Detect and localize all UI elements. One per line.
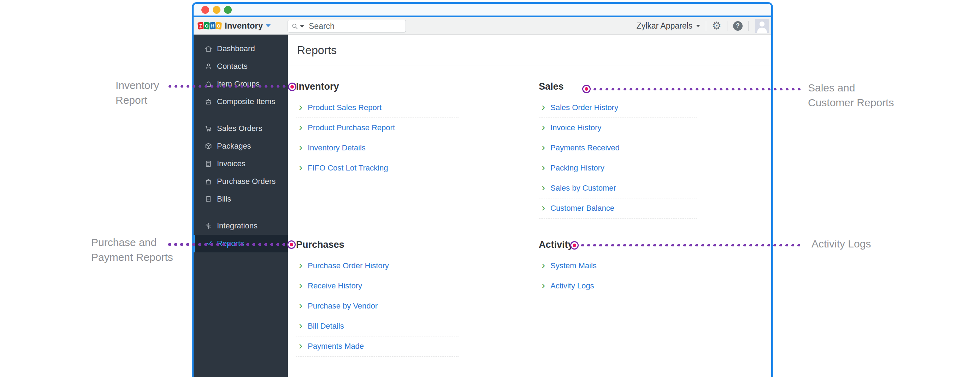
sidebar-item-label: Sales Orders	[217, 124, 262, 133]
report-section-2: Purchases ›Purchase Order History›Receiv…	[296, 236, 458, 356]
home-icon	[205, 45, 212, 52]
report-link-payments-received[interactable]: Payments Received	[550, 143, 620, 152]
report-link-row: ›Sales Order History	[539, 98, 697, 118]
section-link-list: ›Purchase Order History›Receive History›…	[296, 256, 458, 356]
report-link-row: ›Sales by Customer	[539, 178, 697, 198]
report-link-packing-history[interactable]: Packing History	[550, 163, 605, 173]
sidebar-item-integrations[interactable]: Integrations	[194, 217, 288, 235]
callout-dotted-line-purchases	[167, 243, 286, 246]
app-window: ZOHO Inventory Zylkar Apparels ⚙	[192, 2, 773, 377]
chevron-right-icon: ›	[299, 280, 302, 290]
report-link-row: ›Packing History	[539, 158, 697, 178]
bills-icon	[205, 195, 212, 203]
report-link-inventory-details[interactable]: Inventory Details	[308, 143, 366, 152]
product-switcher-caret-icon	[266, 24, 270, 27]
report-link-row: ›Purchase by Vendor	[296, 296, 458, 316]
org-dropdown[interactable]: Zylkar Apparels	[636, 21, 700, 31]
report-link-payments-made[interactable]: Payments Made	[308, 342, 364, 351]
report-link-row: ›Invoice History	[539, 118, 697, 138]
report-link-product-purchase-report[interactable]: Product Purchase Report	[308, 123, 395, 132]
composite-items-icon	[205, 98, 212, 106]
report-link-activity-logs[interactable]: Activity Logs	[550, 281, 594, 290]
minimize-button[interactable]	[213, 6, 220, 14]
sidebar-item-contacts[interactable]: Contacts	[194, 57, 288, 75]
chevron-right-icon: ›	[542, 162, 545, 173]
sidebar-item-composite-items[interactable]: Composite Items	[194, 93, 288, 111]
chevron-right-icon: ›	[299, 162, 302, 173]
chevron-right-icon: ›	[542, 280, 545, 290]
report-link-row: ›Payments Made	[296, 336, 458, 356]
sidebar-item-dashboard[interactable]: Dashboard	[194, 40, 288, 57]
report-link-sales-by-customer[interactable]: Sales by Customer	[550, 184, 616, 193]
chevron-right-icon: ›	[299, 102, 302, 112]
sales-orders-icon	[205, 125, 212, 132]
report-link-fifo-cost-lot-tracking[interactable]: FIFO Cost Lot Tracking	[308, 163, 388, 173]
sidebar-item-purchase-orders[interactable]: Purchase Orders	[194, 173, 288, 190]
zoho-logo: ZOHO	[198, 22, 221, 29]
divider	[727, 21, 727, 31]
logo-tile: H	[210, 22, 215, 30]
chevron-right-icon: ›	[542, 260, 545, 270]
settings-gear-icon[interactable]: ⚙	[712, 21, 721, 31]
report-link-row: ›Inventory Details	[296, 138, 458, 158]
person-silhouette-icon	[755, 19, 769, 33]
report-link-receive-history[interactable]: Receive History	[308, 281, 362, 290]
report-link-purchase-order-history[interactable]: Purchase Order History	[308, 261, 389, 270]
report-link-customer-balance[interactable]: Customer Balance	[550, 204, 614, 213]
search-scope-caret-icon[interactable]	[300, 25, 304, 27]
report-link-bill-details[interactable]: Bill Details	[308, 322, 344, 331]
sidebar-item-label: Integrations	[217, 221, 258, 231]
sidebar-item-label: Bills	[217, 195, 231, 204]
report-link-row: ›Customer Balance	[539, 198, 697, 219]
close-button[interactable]	[201, 6, 209, 14]
report-link-product-sales-report[interactable]: Product Sales Report	[308, 103, 382, 112]
chevron-right-icon: ›	[299, 260, 302, 270]
sidebar-item-label: Composite Items	[217, 97, 275, 106]
report-link-row: ›System Mails	[539, 256, 697, 276]
search-input[interactable]	[309, 22, 387, 31]
report-link-purchase-by-vendor[interactable]: Purchase by Vendor	[308, 301, 378, 310]
callout-marker-inventory	[288, 82, 296, 91]
report-section-0: Inventory ›Product Sales Report›Product …	[296, 78, 458, 178]
section-link-list: ›Sales Order History›Invoice History›Pay…	[539, 98, 697, 219]
report-link-row: ›Receive History	[296, 276, 458, 296]
chevron-right-icon: ›	[299, 320, 302, 331]
sidebar-item-item-groups[interactable]: Item Groups	[194, 75, 288, 93]
section-heading: Inventory	[296, 78, 458, 95]
user-avatar[interactable]	[755, 19, 769, 33]
contacts-icon	[205, 62, 212, 70]
product-name: Inventory	[225, 21, 263, 31]
annotation-inventory-report: Inventory Report	[116, 78, 159, 108]
zoho-inventory-brand[interactable]: ZOHO Inventory	[194, 21, 270, 31]
purchase-orders-icon	[205, 177, 212, 185]
report-link-invoice-history[interactable]: Invoice History	[550, 123, 601, 132]
report-link-sales-order-history[interactable]: Sales Order History	[550, 103, 618, 112]
chevron-right-icon: ›	[299, 122, 302, 132]
help-icon[interactable]: ?	[733, 21, 743, 31]
sidebar-item-label: Dashboard	[217, 44, 255, 53]
sidebar-item-invoices[interactable]: Invoices	[194, 155, 288, 173]
sidebar-item-sales-orders[interactable]: Sales Orders	[194, 120, 288, 137]
report-link-row: ›Purchase Order History	[296, 256, 458, 276]
packages-icon	[205, 142, 212, 150]
report-section-1: Sales ›Sales Order History›Invoice Histo…	[539, 78, 697, 219]
search-box[interactable]	[288, 20, 406, 32]
chevron-right-icon: ›	[542, 142, 545, 152]
callout-marker-sales	[582, 85, 591, 93]
report-link-row: ›Activity Logs	[539, 276, 697, 296]
search-icon	[291, 23, 298, 30]
report-link-row: ›FIFO Cost Lot Tracking	[296, 158, 458, 178]
sidebar-item-packages[interactable]: Packages	[194, 137, 288, 155]
report-link-row: ›Product Sales Report	[296, 98, 458, 118]
zoom-button[interactable]	[224, 6, 232, 14]
section-link-list: ›System Mails›Activity Logs	[539, 256, 697, 296]
chevron-right-icon: ›	[299, 142, 302, 152]
header-divider	[288, 66, 771, 66]
sidebar-item-bills[interactable]: Bills	[194, 190, 288, 208]
annotation-sales-customer-reports: Sales and Customer Reports	[808, 81, 894, 110]
divider	[748, 21, 749, 31]
report-link-system-mails[interactable]: System Mails	[550, 261, 597, 270]
org-caret-icon	[696, 25, 700, 27]
reports-page: Reports Inventory ›Product Sales Report›…	[288, 35, 771, 377]
callout-dotted-line-sales	[592, 87, 800, 91]
